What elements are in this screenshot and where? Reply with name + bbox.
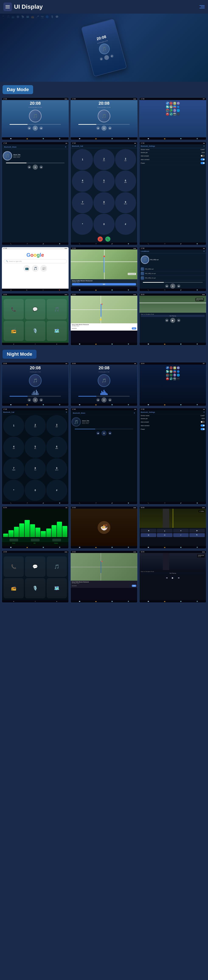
eq-ctrl-3[interactable] bbox=[52, 539, 61, 541]
progress-bar-1[interactable] bbox=[9, 124, 61, 125]
night-bt-play[interactable]: ⏸ bbox=[101, 431, 107, 436]
local-next[interactable]: ⏭ bbox=[177, 285, 180, 288]
app-more[interactable]: ⋯ bbox=[177, 113, 180, 116]
dial-star[interactable]: * bbox=[72, 214, 93, 235]
night-dial-6[interactable]: 6MNO bbox=[46, 437, 67, 458]
iphone-app-maps[interactable]: 🗺️ bbox=[47, 321, 67, 341]
night-app-sound[interactable]: 🔊 bbox=[170, 377, 173, 380]
night-road-2-play[interactable]: ▶ bbox=[170, 575, 175, 580]
night-road-act-1[interactable]: ◀ bbox=[141, 529, 156, 533]
nav-icon[interactable] bbox=[200, 5, 205, 8]
menu-button[interactable] bbox=[3, 3, 12, 11]
music-item-2[interactable]: 🎵 华东_对视_02.mp3 bbox=[141, 271, 205, 276]
iphone-app-radio[interactable]: 📻 bbox=[4, 321, 24, 341]
road-play[interactable]: ▶ bbox=[170, 318, 175, 323]
night-app-phone[interactable]: 📞 bbox=[170, 374, 173, 377]
bt-next[interactable]: ⏭ bbox=[39, 165, 43, 169]
app-sound[interactable]: 🔊 bbox=[170, 113, 173, 116]
night-road-act-4[interactable]: ▶ bbox=[189, 529, 205, 533]
auto-connect-toggle[interactable] bbox=[200, 158, 205, 161]
night-next-2[interactable]: ⏭ bbox=[108, 398, 112, 402]
dial-7[interactable]: 7PQRS bbox=[72, 192, 93, 213]
app-camera[interactable]: 📷 bbox=[173, 113, 176, 116]
night-progress-2[interactable] bbox=[78, 396, 130, 396]
road-next[interactable]: ⏭ bbox=[177, 319, 180, 322]
shortcut-3[interactable]: 📰 bbox=[40, 265, 47, 272]
bt-play[interactable]: ⏸ bbox=[33, 165, 38, 170]
answer-btn[interactable]: 📞 bbox=[105, 237, 110, 242]
night-road-2-next[interactable]: ⏭ bbox=[177, 576, 180, 579]
night-bt-progress[interactable] bbox=[75, 429, 133, 430]
bt-progress[interactable] bbox=[6, 162, 64, 163]
night-app-music[interactable]: 🎵 bbox=[170, 366, 173, 369]
app-mic[interactable]: 🎙️ bbox=[173, 109, 176, 112]
night-iphone-app-podcast[interactable]: 🎙️ bbox=[25, 578, 45, 598]
app-map[interactable]: 🗺️ bbox=[170, 105, 173, 108]
play-btn-2[interactable]: ⏸ bbox=[101, 126, 107, 131]
night-auto-answer-toggle[interactable] bbox=[200, 421, 205, 423]
google-search-box[interactable]: 🔍 Search or type URL bbox=[4, 259, 67, 263]
iphone-app-msg[interactable]: 💬 bbox=[25, 299, 45, 319]
night-app-carplay[interactable]: 🚗 bbox=[173, 370, 176, 373]
night-iphone-app-msg[interactable]: 💬 bbox=[25, 557, 45, 577]
night-power-toggle[interactable] bbox=[200, 428, 205, 430]
night-app-map[interactable]: 🗺️ bbox=[170, 370, 173, 373]
road-prev[interactable]: ⏮ bbox=[165, 319, 169, 322]
app-radio[interactable]: 📡 bbox=[166, 105, 169, 108]
music-item-3[interactable]: 🎵 华东_对视_03.mp3 bbox=[141, 276, 205, 280]
night-progress-1[interactable] bbox=[9, 396, 61, 396]
night-play-2[interactable]: ⏸ bbox=[101, 398, 107, 402]
dial-6[interactable]: 6MNO bbox=[115, 170, 136, 192]
night-bt-next[interactable]: ⏭ bbox=[108, 431, 112, 435]
night-dial-0[interactable]: 0 bbox=[25, 480, 46, 501]
go-button[interactable]: GO bbox=[72, 283, 136, 285]
iphone-app-music[interactable]: 🎵 bbox=[47, 299, 67, 319]
prev-btn-2[interactable]: ⏮ bbox=[96, 126, 100, 130]
night-bt-prev[interactable]: ⏮ bbox=[96, 431, 100, 435]
night-prev-2[interactable]: ⏮ bbox=[96, 398, 100, 402]
shortcut-2[interactable]: 🎵 bbox=[32, 265, 39, 272]
local-progress[interactable] bbox=[143, 282, 203, 283]
night-app-mic[interactable]: 🎙️ bbox=[173, 374, 176, 377]
night-app-camera[interactable]: 📷 bbox=[173, 377, 176, 380]
hero-next-btn[interactable]: ⏭ bbox=[110, 54, 114, 58]
night-play-1[interactable]: ⏸ bbox=[33, 398, 38, 402]
night-dial-9[interactable]: 9WXYZ bbox=[46, 458, 67, 479]
progress-bar-2[interactable] bbox=[78, 124, 130, 125]
app-web[interactable]: 🌐 bbox=[177, 109, 180, 112]
play-btn-1[interactable]: ⏸ bbox=[33, 126, 38, 131]
night-app-web[interactable]: 🌐 bbox=[177, 374, 180, 377]
app-music[interactable]: 🎵 bbox=[170, 102, 173, 105]
dial-1[interactable]: 1 bbox=[72, 149, 93, 170]
night-app-car[interactable]: 🚘 bbox=[166, 377, 169, 380]
eq-ctrl-1[interactable] bbox=[9, 539, 18, 541]
app-video[interactable]: 📺 bbox=[166, 109, 169, 112]
power-toggle[interactable] bbox=[200, 162, 205, 164]
hero-prev-btn[interactable]: ⏮ bbox=[99, 57, 103, 60]
night-dial-3[interactable]: 3DEF bbox=[46, 415, 67, 436]
shortcut-1[interactable]: 📺 bbox=[24, 265, 30, 272]
iphone-app-phone[interactable]: 📞 bbox=[4, 299, 24, 319]
night-dial-star[interactable]: * bbox=[3, 480, 24, 501]
hero-play-btn[interactable] bbox=[104, 54, 110, 60]
night-app-radio[interactable]: 📡 bbox=[166, 370, 169, 373]
dial-9[interactable]: 9WXYZ bbox=[115, 192, 136, 213]
app-phone[interactable]: 📞 bbox=[170, 109, 173, 112]
dial-hash[interactable]: # bbox=[115, 214, 136, 235]
night-road-2-prev[interactable]: ⏮ bbox=[165, 576, 169, 579]
night-auto-connect-toggle[interactable] bbox=[200, 425, 205, 426]
night-dial-8[interactable]: 8TUV bbox=[25, 458, 46, 479]
app-photos[interactable]: 🖼️ bbox=[173, 102, 176, 105]
night-app-more[interactable]: ⋯ bbox=[177, 377, 180, 380]
nav-go-btn[interactable]: GO bbox=[132, 328, 136, 329]
dial-3[interactable]: 3DEF bbox=[115, 149, 136, 170]
night-dial-1[interactable]: 1 bbox=[3, 415, 24, 436]
next-btn-2[interactable]: ⏭ bbox=[108, 126, 112, 130]
dial-0[interactable]: 0 bbox=[93, 214, 114, 235]
night-road-act-7[interactable]: ↩ bbox=[173, 533, 189, 537]
night-app-settings[interactable]: ⚙️ bbox=[177, 366, 180, 369]
night-road-act-3[interactable]: ▼ bbox=[173, 529, 189, 533]
app-telegram[interactable]: ✈️ bbox=[166, 102, 169, 105]
bt-prev[interactable]: ⏮ bbox=[28, 165, 31, 169]
dial-2[interactable]: 2ABC bbox=[93, 149, 114, 170]
